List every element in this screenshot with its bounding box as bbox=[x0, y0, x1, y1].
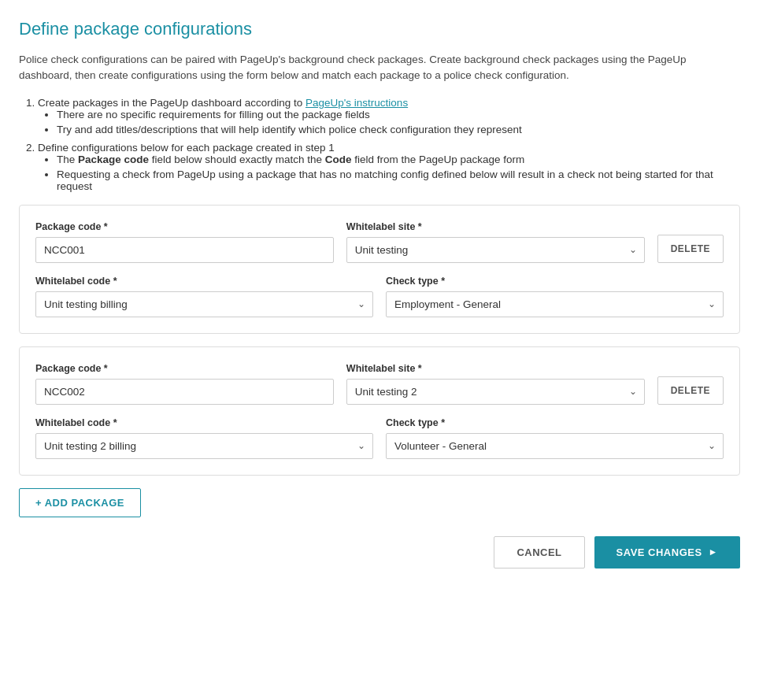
step2-bullet-1: The Package code field below should exac… bbox=[57, 154, 740, 165]
whitelabel-site-label-1: Whitelabel site * bbox=[346, 221, 645, 232]
whitelabel-code-select-2[interactable]: Unit testing billing Unit testing 2 bill… bbox=[35, 433, 373, 459]
whitelabel-site-group-1: Whitelabel site * Unit testing Unit test… bbox=[346, 221, 645, 263]
check-type-select-wrapper-2: Employment - General Volunteer - General… bbox=[386, 433, 724, 459]
whitelabel-code-select-wrapper-1: Unit testing billing Unit testing 2 bill… bbox=[35, 291, 373, 317]
package-code-label-2: Package code * bbox=[35, 363, 334, 374]
package-code-label-1: Package code * bbox=[35, 221, 334, 232]
whitelabel-code-select-wrapper-2: Unit testing billing Unit testing 2 bill… bbox=[35, 433, 373, 459]
delete-button-2[interactable]: DELETE bbox=[657, 376, 724, 405]
whitelabel-code-label-2: Whitelabel code * bbox=[35, 417, 373, 428]
whitelabel-code-select-1[interactable]: Unit testing billing Unit testing 2 bill… bbox=[35, 291, 373, 317]
check-type-group-2: Check type * Employment - General Volunt… bbox=[386, 417, 724, 459]
save-changes-button[interactable]: SAVE CHANGES ► bbox=[594, 536, 740, 569]
whitelabel-site-select-wrapper-2: Unit testing Unit testing 2 ⌄ bbox=[346, 379, 645, 405]
step2-text: Define configurations below for each pac… bbox=[38, 142, 335, 154]
step1-bullet-2: Try and add titles/descriptions that wil… bbox=[57, 124, 740, 135]
check-type-label-1: Check type * bbox=[386, 276, 724, 287]
whitelabel-site-label-2: Whitelabel site * bbox=[346, 363, 645, 374]
instruction-step-2: Define configurations below for each pac… bbox=[38, 142, 740, 192]
save-arrow-icon: ► bbox=[709, 546, 718, 557]
whitelabel-code-group-2: Whitelabel code * Unit testing billing U… bbox=[35, 417, 373, 459]
whitelabel-site-select-1[interactable]: Unit testing Unit testing 2 bbox=[346, 237, 645, 263]
step1-bullet-1: There are no specific requirements for f… bbox=[57, 109, 740, 120]
package-code-input-1[interactable] bbox=[35, 237, 334, 263]
cancel-button[interactable]: CANCEL bbox=[494, 536, 584, 569]
package-code-input-2[interactable] bbox=[35, 379, 334, 405]
step1-text: Create packages in the PageUp dashboard … bbox=[38, 97, 305, 109]
step2-bullet-2: Requesting a check from PageUp using a p… bbox=[57, 169, 740, 192]
whitelabel-code-label-1: Whitelabel code * bbox=[35, 276, 373, 287]
action-bar: CANCEL SAVE CHANGES ► bbox=[19, 536, 740, 569]
package-code-group-1: Package code * bbox=[35, 221, 334, 263]
check-type-select-wrapper-1: Employment - General Volunteer - General… bbox=[386, 291, 724, 317]
package-card-1: Package code * Whitelabel site * Unit te… bbox=[19, 205, 740, 334]
pageup-instructions-link[interactable]: PageUp's instructions bbox=[305, 97, 408, 109]
instructions-section: Create packages in the PageUp dashboard … bbox=[19, 97, 740, 192]
check-type-select-2[interactable]: Employment - General Volunteer - General bbox=[386, 433, 724, 459]
whitelabel-code-group-1: Whitelabel code * Unit testing billing U… bbox=[35, 276, 373, 317]
check-type-select-1[interactable]: Employment - General Volunteer - General bbox=[386, 291, 724, 317]
page-title: Define package configurations bbox=[19, 19, 740, 39]
whitelabel-site-select-2[interactable]: Unit testing Unit testing 2 bbox=[346, 379, 645, 405]
whitelabel-site-group-2: Whitelabel site * Unit testing Unit test… bbox=[346, 363, 645, 405]
add-package-button[interactable]: + ADD PACKAGE bbox=[19, 488, 141, 517]
check-type-label-2: Check type * bbox=[386, 417, 724, 428]
delete-button-1[interactable]: DELETE bbox=[657, 235, 724, 263]
package-card-2: Package code * Whitelabel site * Unit te… bbox=[19, 346, 740, 476]
save-changes-label: SAVE CHANGES bbox=[616, 546, 702, 558]
whitelabel-site-select-wrapper-1: Unit testing Unit testing 2 ⌄ bbox=[346, 237, 645, 263]
instruction-step-1: Create packages in the PageUp dashboard … bbox=[38, 97, 740, 135]
package-code-group-2: Package code * bbox=[35, 363, 334, 405]
page-description: Police check configurations can be paire… bbox=[19, 52, 740, 84]
check-type-group-1: Check type * Employment - General Volunt… bbox=[386, 276, 724, 317]
